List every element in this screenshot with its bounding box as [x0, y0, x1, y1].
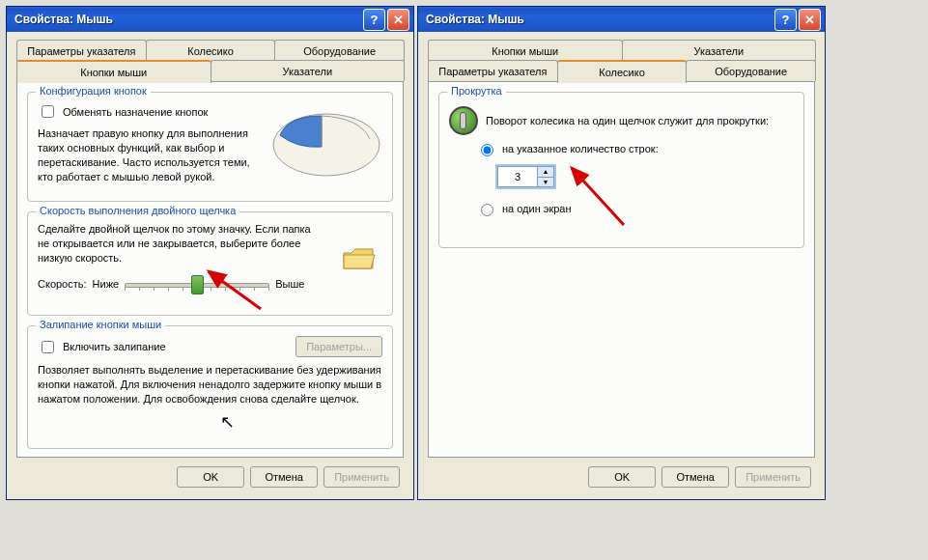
- tab-buttons[interactable]: Кнопки мыши: [428, 40, 623, 61]
- apply-button: Применить: [735, 466, 811, 488]
- group-title: Скорость выполнения двойного щелчка: [36, 205, 239, 216]
- ok-button[interactable]: OK: [177, 466, 244, 488]
- group-title: Залипание кнопки мыши: [36, 319, 165, 330]
- clicklock-desc: Позволяет выполнять выделение и перетаск…: [38, 363, 382, 406]
- speed-low: Ниже: [93, 278, 120, 290]
- tab-pointer-options[interactable]: Параметры указателя: [428, 60, 558, 81]
- tab-hardware[interactable]: Оборудование: [274, 40, 405, 61]
- spin-down[interactable]: ▼: [538, 178, 553, 187]
- tab-buttons[interactable]: Кнопки мыши: [16, 60, 211, 83]
- apply-button: Применить: [323, 466, 400, 488]
- tab-wheel[interactable]: Колесико: [557, 60, 688, 83]
- spin-up[interactable]: ▲: [538, 167, 553, 178]
- tab-pointers[interactable]: Указатели: [622, 40, 817, 61]
- scroll-lines-value[interactable]: 3: [498, 167, 537, 186]
- titlebar[interactable]: Свойства: Мышь ? ✕: [7, 7, 413, 32]
- close-button[interactable]: ✕: [799, 9, 821, 31]
- close-button[interactable]: ✕: [387, 9, 409, 31]
- clicklock-params-button: Параметры...: [295, 336, 382, 357]
- wheel-icon: [449, 106, 478, 135]
- speed-label: Скорость:: [38, 278, 87, 290]
- window-title: Свойства: Мышь: [11, 13, 361, 26]
- tab-wheel[interactable]: Колесико: [146, 40, 276, 61]
- scroll-lines-spinner[interactable]: 3 ▲ ▼: [497, 166, 554, 187]
- window-title: Свойства: Мышь: [422, 13, 773, 26]
- cancel-button[interactable]: Отмена: [250, 466, 318, 488]
- help-button[interactable]: ?: [363, 9, 385, 31]
- tab-pointers[interactable]: Указатели: [211, 60, 406, 81]
- cancel-button[interactable]: Отмена: [661, 466, 729, 488]
- ok-button[interactable]: OK: [588, 466, 656, 488]
- speed-slider[interactable]: [125, 273, 269, 294]
- mouse-icon: [268, 106, 384, 180]
- scroll-desc: Поворот колесика на один щелчок служит д…: [486, 114, 769, 128]
- group-title: Конфигурация кнопок: [36, 85, 151, 97]
- slider-thumb[interactable]: [191, 275, 204, 294]
- dc-desc: Сделайте двойной щелчок по этому значку.…: [38, 222, 318, 266]
- clicklock-checkbox[interactable]: Включить залипание: [38, 338, 166, 356]
- folder-icon[interactable]: [342, 243, 377, 272]
- speed-high: Выше: [275, 278, 304, 290]
- scroll-screen-radio[interactable]: на один экран: [476, 201, 794, 216]
- titlebar[interactable]: Свойства: Мышь ? ✕: [418, 7, 825, 32]
- tab-pointer-options[interactable]: Параметры указателя: [16, 40, 147, 61]
- swap-desc: Назначает правую кнопку для выполнения т…: [38, 126, 260, 183]
- group-title: Прокрутка: [447, 85, 506, 97]
- tab-hardware[interactable]: Оборудование: [686, 60, 816, 81]
- swap-buttons-input[interactable]: [42, 105, 54, 118]
- clicklock-input[interactable]: [42, 341, 54, 353]
- scroll-lines-radio[interactable]: на указанное количество строк:: [476, 141, 794, 156]
- help-button[interactable]: ?: [774, 9, 797, 31]
